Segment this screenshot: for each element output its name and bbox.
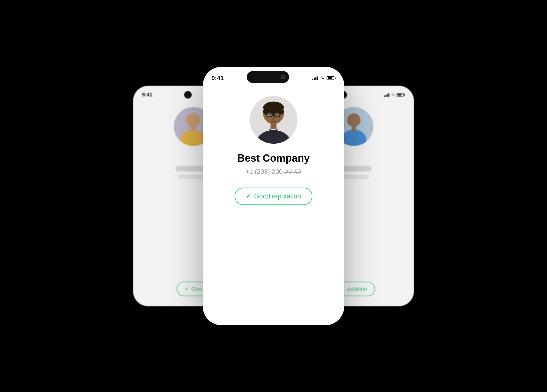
svg-point-5: [347, 113, 361, 127]
phone-center: 9:41 ∿: [203, 67, 344, 325]
center-status-time: 9:41: [211, 75, 224, 82]
svg-rect-18: [271, 123, 276, 129]
center-company-name: Best Company: [237, 152, 310, 164]
right-wifi-icon: ∿: [391, 92, 395, 97]
center-avatar: [250, 96, 297, 144]
svg-rect-7: [351, 126, 356, 131]
svg-rect-12: [267, 113, 272, 117]
center-check-icon: ✓: [246, 193, 251, 200]
center-reputation-text: Good reputation: [254, 192, 301, 200]
svg-point-1: [186, 113, 200, 127]
center-signal-icon: [312, 76, 318, 80]
center-status-icons: ∿: [312, 75, 336, 81]
center-phone-content: Best Company +1 (208) 200-##-## ✓ Good r…: [203, 85, 344, 325]
right-reputation-text: putation: [348, 286, 367, 292]
center-di-camera-dot: [281, 75, 285, 79]
left-reputation-text: Goo: [191, 286, 202, 292]
svg-rect-13: [274, 113, 280, 117]
center-top-bar: 9:41 ∿: [203, 67, 344, 85]
right-signal-icon: [384, 93, 389, 97]
center-reputation-badge[interactable]: ✓ Good reputation: [235, 188, 312, 205]
svg-point-21: [273, 139, 274, 140]
center-battery-icon: [327, 76, 336, 80]
center-phone-number: +1 (208) 200-##-##: [245, 168, 302, 176]
right-status-icons: ∿: [384, 92, 405, 97]
phones-container: 9:41 ∿: [151, 46, 396, 346]
left-notch: [184, 91, 192, 99]
left-status-time: 9:41: [142, 92, 152, 97]
right-battery-icon: [397, 93, 405, 96]
center-avatar-svg: [250, 96, 297, 144]
left-check-icon: ✓: [185, 286, 189, 292]
center-wifi-icon: ∿: [320, 75, 324, 81]
svg-point-17: [272, 117, 275, 120]
svg-rect-3: [191, 127, 195, 131]
center-dynamic-island: [247, 71, 289, 83]
svg-point-20: [273, 135, 274, 136]
